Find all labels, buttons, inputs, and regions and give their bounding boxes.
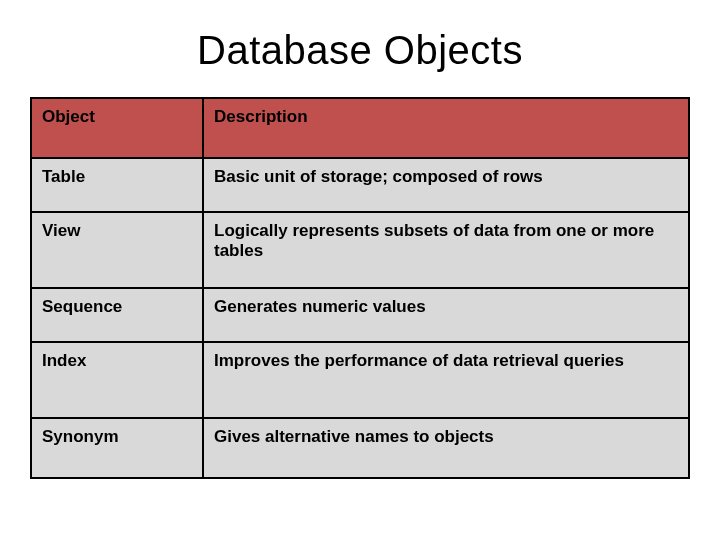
cell-description: Gives alternative names to objects xyxy=(203,418,689,478)
cell-object: Synonym xyxy=(31,418,203,478)
table-row: Synonym Gives alternative names to objec… xyxy=(31,418,689,478)
table-row: Sequence Generates numeric values xyxy=(31,288,689,342)
header-object: Object xyxy=(31,98,203,158)
cell-description: Generates numeric values xyxy=(203,288,689,342)
table-row: Index Improves the performance of data r… xyxy=(31,342,689,418)
cell-object: Index xyxy=(31,342,203,418)
cell-object: View xyxy=(31,212,203,288)
header-description: Description xyxy=(203,98,689,158)
db-objects-table: Object Description Table Basic unit of s… xyxy=(30,97,690,479)
cell-description: Basic unit of storage; composed of rows xyxy=(203,158,689,212)
cell-description: Logically represents subsets of data fro… xyxy=(203,212,689,288)
table-row: View Logically represents subsets of dat… xyxy=(31,212,689,288)
table-row: Table Basic unit of storage; composed of… xyxy=(31,158,689,212)
cell-description: Improves the performance of data retriev… xyxy=(203,342,689,418)
cell-object: Sequence xyxy=(31,288,203,342)
slide: Database Objects Object Description Tabl… xyxy=(0,0,720,540)
cell-object: Table xyxy=(31,158,203,212)
table-header-row: Object Description xyxy=(31,98,689,158)
page-title: Database Objects xyxy=(30,28,690,73)
